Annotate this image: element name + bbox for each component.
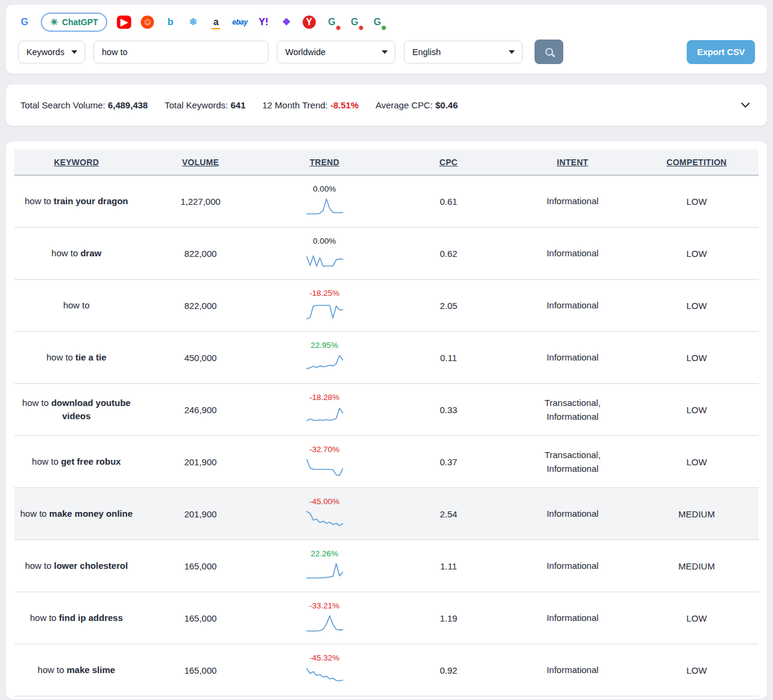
intent-cell: Informational: [511, 175, 635, 228]
trend-sparkline: [305, 664, 345, 687]
trend-percent: -45.00%: [266, 497, 383, 506]
trend-percent: 0.00%: [266, 184, 383, 193]
competition-cell: LOW: [635, 175, 759, 228]
bing-icon[interactable]: b: [164, 16, 177, 29]
stat-total-volume-label: Total Search Volume:: [20, 100, 105, 110]
keyword-text: how to download youtube videos: [18, 396, 135, 423]
google-variant-green-icon[interactable]: G: [371, 16, 384, 29]
search-type-select[interactable]: Keywords: [18, 41, 85, 63]
sort-intent-header[interactable]: INTENT: [511, 150, 635, 175]
cpc-cell: 2.05: [386, 280, 511, 332]
intent-cell: Informational: [511, 488, 635, 540]
intent-text: Transactional, Informational: [528, 396, 618, 424]
stats-bar: Total Search Volume: 6,489,438 Total Key…: [6, 84, 767, 126]
keyword-cell: how to train your dragon: [14, 175, 138, 228]
table-row: how to lower cholesterol165,00022.26%1.1…: [14, 540, 759, 592]
trend-percent: -32.70%: [266, 445, 383, 454]
sort-volume-header[interactable]: VOLUME: [138, 150, 262, 175]
stats-collapse-chevron[interactable]: [738, 98, 753, 112]
sort-keyword-header[interactable]: KEYWORD: [14, 150, 138, 175]
volume-cell: 201,900: [138, 488, 262, 540]
volume-cell: 246,900: [138, 384, 262, 436]
google-variant-green-icon-badge: [381, 25, 386, 31]
trend-sparkline: [305, 299, 345, 322]
table-row: how to download youtube videos246,900-18…: [14, 384, 759, 436]
trend-cell: 0.00%: [262, 175, 386, 228]
sort-competition-header[interactable]: COMPETITION: [635, 150, 759, 175]
keyword-cell: how to get free robux: [14, 436, 138, 488]
trend-sparkline: [305, 247, 345, 270]
keyword-text: how to get free robux: [32, 455, 120, 469]
keyword-text: how to find ip address: [30, 611, 123, 625]
stat-total-volume-value: 6,489,438: [108, 100, 148, 110]
sort-trend-header[interactable]: TREND: [262, 150, 386, 175]
yandex-icon[interactable]: Y: [303, 16, 316, 29]
trend-cell: -33.21%: [262, 592, 386, 644]
intent-text: Informational: [546, 663, 599, 677]
table-row: how to make slime165,000-45.32%0.92Infor…: [14, 644, 759, 696]
intent-text: Informational: [546, 559, 599, 572]
trend-sparkline: [305, 560, 345, 583]
cpc-cell: 1.19: [386, 592, 511, 644]
table-row: how to822,000-18.25%2.05InformationalLOW: [14, 280, 759, 332]
competition-cell: LOW: [635, 644, 759, 696]
reddit-icon[interactable]: ☺: [141, 16, 154, 29]
export-csv-button[interactable]: Export CSV: [687, 40, 755, 64]
keyword-table-body: how to train your dragon1,227,0000.00%0.…: [14, 175, 759, 696]
chatgpt-label: ChatGPT: [62, 17, 98, 27]
stat-12-month-trend: 12 Month Trend: -8.51%: [262, 100, 359, 110]
stat-average-cpc-value: $0.46: [435, 100, 458, 110]
cpc-cell: 0.33: [386, 384, 511, 436]
ebay-icon[interactable]: ebay: [232, 16, 247, 29]
intent-text: Informational: [546, 246, 599, 260]
snowflake-icon[interactable]: ❄: [186, 16, 200, 29]
trend-sparkline: [305, 508, 345, 531]
cpc-cell: 0.61: [386, 175, 511, 228]
volume-cell: 822,000: [138, 228, 262, 280]
trend-percent: 22.95%: [266, 341, 383, 350]
trend-cell: -18.25%: [262, 280, 386, 332]
volume-cell: 165,000: [138, 540, 262, 592]
volume-cell: 822,000: [138, 280, 262, 332]
chatgpt-tab[interactable]: ✳ChatGPT: [41, 13, 107, 32]
intent-cell: Informational: [511, 592, 635, 644]
keyword-input[interactable]: [93, 41, 268, 63]
language-select[interactable]: English: [404, 41, 523, 63]
keyword-cell: how to tie a tie: [14, 332, 138, 384]
trend-cell: -45.32%: [262, 644, 386, 696]
keyword-text: how to make slime: [38, 663, 115, 677]
trend-sparkline: [305, 456, 345, 478]
volume-cell: 201,900: [138, 436, 262, 488]
keyword-text: how to tie a tie: [46, 351, 106, 365]
location-select[interactable]: Worldwide: [277, 41, 395, 63]
trend-cell: -32.70%: [262, 436, 386, 488]
youtube-icon[interactable]: ▶: [117, 16, 131, 29]
volume-cell: 450,000: [138, 332, 262, 384]
sort-cpc-header[interactable]: CPC: [386, 150, 511, 175]
intent-cell: Informational: [511, 280, 635, 332]
intent-cell: Informational: [511, 228, 635, 280]
keyword-cell: how to find ip address: [14, 592, 138, 644]
table-header-row: KEYWORD VOLUME TREND CPC INTENT COMPETIT…: [14, 150, 759, 175]
cpc-cell: 0.37: [386, 436, 511, 488]
google-variant-red2-icon[interactable]: G: [348, 16, 361, 29]
keyword-cell: how to make slime: [14, 644, 138, 696]
trend-cell: 22.26%: [262, 540, 386, 592]
google-variant-red-icon[interactable]: G: [325, 16, 339, 29]
table-row: how to draw822,0000.00%0.62Informational…: [14, 228, 759, 280]
page: G✳ChatGPT▶☺b❄aebayY!❖YGGG Keywords World…: [0, 0, 773, 699]
keyword-cell: how to lower cholesterol: [14, 540, 138, 592]
intent-cell: Informational: [511, 540, 635, 592]
trend-percent: -45.32%: [266, 653, 383, 662]
cpc-cell: 2.54: [386, 488, 511, 540]
keyword-text: how to make money online: [20, 507, 133, 521]
search-button[interactable]: [535, 40, 563, 64]
intent-text: Informational: [546, 350, 599, 364]
google-icon[interactable]: G: [18, 16, 31, 29]
yahoo-icon[interactable]: Y!: [257, 16, 270, 29]
amazon-icon[interactable]: a: [209, 16, 222, 29]
cpc-cell: 0.11: [386, 332, 511, 384]
stat-average-cpc: Average CPC: $0.46: [376, 100, 458, 110]
intent-text: Informational: [546, 507, 599, 520]
purple-flower-icon[interactable]: ❖: [280, 16, 293, 29]
